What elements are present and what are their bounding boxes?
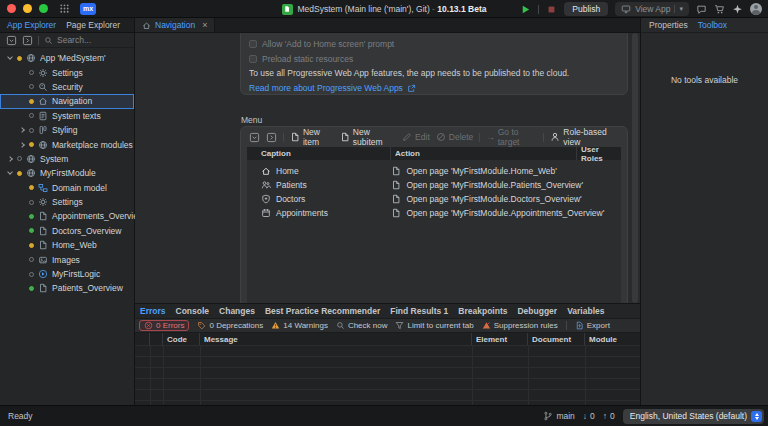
search-icon (44, 36, 53, 45)
tab-changes[interactable]: Changes (219, 306, 255, 316)
tree-item-settings[interactable]: Settings (0, 65, 134, 79)
role-based-view-button[interactable]: Role-based view (550, 127, 619, 147)
tree-item-doctors-overview[interactable]: Doctors_Overview (0, 224, 134, 238)
column-element[interactable]: Element (472, 333, 528, 345)
tree-item-system-texts[interactable]: System texts (0, 109, 134, 123)
edit-button[interactable]: Edit (402, 132, 430, 142)
collapse-all-icon[interactable] (249, 132, 260, 143)
publish-button[interactable]: Publish (564, 2, 608, 16)
tree-item-images[interactable]: Images (0, 252, 134, 266)
expand-all-icon[interactable] (266, 132, 277, 143)
checkbox-preload-static-resources[interactable]: Preload static resources (249, 51, 619, 66)
tab-find-results-1[interactable]: Find Results 1 (390, 306, 448, 316)
tab-navigation[interactable]: Navigation × (135, 18, 215, 32)
search-input[interactable]: Search... (44, 35, 91, 45)
warnings-filter[interactable]: 14 Warnings (271, 321, 328, 330)
menu-row-home[interactable]: Home Open page 'MyFirstModule.Home_Web' (247, 164, 621, 178)
close-window-button[interactable] (7, 4, 16, 13)
tab-debugger[interactable]: Debugger (517, 306, 557, 316)
new-item-button[interactable]: New item (290, 127, 334, 147)
export-button[interactable]: Export (575, 321, 610, 330)
user-avatar[interactable] (750, 3, 762, 15)
home-icon (38, 96, 48, 106)
tree-item-styling[interactable]: Styling (0, 123, 134, 137)
tab-page-explorer[interactable]: Page Explorer (66, 20, 120, 30)
gear-icon (38, 68, 48, 78)
tree-item-marketplace-modules[interactable]: Marketplace modules (0, 137, 134, 151)
git-branch-indicator[interactable]: main (543, 411, 574, 421)
column-module[interactable]: Module (585, 333, 640, 345)
ai-sparkle-icon[interactable] (732, 4, 743, 15)
minimize-window-button[interactable] (23, 4, 32, 13)
checkbox-add-to-home-screen[interactable]: Allow 'Add to Home screen' prompt (249, 36, 619, 51)
tree-item-patients-overview[interactable]: Patients_Overview (0, 281, 134, 295)
tree-item-security[interactable]: Security (0, 80, 134, 94)
delete-icon (436, 132, 446, 142)
vertical-scrollbar[interactable] (632, 33, 638, 303)
tree-item-domain-model[interactable]: Domain model (0, 181, 134, 195)
tree-item-home-web[interactable]: Home_Web (0, 238, 134, 252)
run-button[interactable] (520, 4, 531, 15)
pwa-read-more-link[interactable]: Read more about Progressive Web Apps (249, 83, 619, 93)
new-subitem-button[interactable]: New subitem (340, 127, 396, 147)
page-icon (391, 180, 401, 190)
tree-item-module-settings[interactable]: Settings (0, 195, 134, 209)
column-action[interactable]: Action (391, 147, 577, 160)
feedback-chat-icon[interactable] (696, 4, 707, 15)
monitor-icon (621, 4, 631, 14)
go-to-target-button[interactable]: →Go to target (486, 127, 537, 147)
titlebar: mx MedSystem (Main line ('main'), Git) -… (0, 0, 768, 18)
check-now-button[interactable]: Check now (336, 321, 388, 330)
limit-to-current-tab-toggle[interactable]: Limit to current tab (395, 321, 473, 330)
tab-properties[interactable]: Properties (649, 20, 688, 30)
stop-button[interactable] (546, 4, 557, 15)
column-code[interactable]: Code (163, 333, 200, 345)
tab-console[interactable]: Console (176, 306, 210, 316)
tree-item-appointments-overview[interactable]: Appointments_Overview (0, 209, 134, 223)
zoom-window-button[interactable] (39, 4, 48, 13)
tab-breakpoints[interactable]: Breakpoints (458, 306, 507, 316)
incoming-commits[interactable]: ↓0 (583, 411, 595, 421)
tree-item-app-medsystem[interactable]: App 'MedSystem' (0, 51, 134, 65)
pwa-note: To use all Progressive Web App features,… (249, 68, 619, 78)
language-selected-value: English, United States (default) (630, 411, 747, 421)
tree-item-myfirstlogic[interactable]: MyFirstLogic (0, 267, 134, 281)
view-app-button[interactable]: View App ▾ (615, 2, 689, 16)
tab-app-explorer[interactable]: App Explorer (7, 20, 56, 30)
app-grid-icon[interactable] (59, 3, 70, 14)
mendix-app-icon[interactable]: mx (80, 3, 96, 15)
language-selector[interactable]: English, United States (default) (623, 409, 764, 424)
column-caption[interactable]: Caption (247, 147, 391, 160)
tab-errors[interactable]: Errors (140, 306, 166, 316)
view-app-dropdown-arrow[interactable]: ▾ (674, 5, 683, 13)
outgoing-commits[interactable]: ↑0 (603, 411, 615, 421)
tree-item-system[interactable]: System (0, 152, 134, 166)
arrow-up-icon: ↑ (603, 411, 607, 421)
tree-item-navigation[interactable]: Navigation (0, 94, 134, 108)
tree-item-myfirstmodule[interactable]: MyFirstModule (0, 166, 134, 180)
tab-best-practice-recommender[interactable]: Best Practice Recommender (265, 306, 380, 316)
marketplace-cart-icon[interactable] (714, 4, 725, 15)
menu-row-appointments[interactable]: Appointments Open page 'MyFirstModule.Ap… (247, 206, 621, 220)
marketplace-icon (38, 140, 48, 150)
tab-variables[interactable]: Variables (567, 306, 604, 316)
collapse-all-icon[interactable] (6, 35, 17, 46)
column-document[interactable]: Document (528, 333, 585, 345)
delete-button[interactable]: Delete (436, 132, 474, 142)
tab-toolbox[interactable]: Toolbox (698, 20, 727, 30)
menu-row-doctors[interactable]: Doctors Open page 'MyFirstModule.Doctors… (247, 192, 621, 206)
menu-row-patients[interactable]: Patients Open page 'MyFirstModule.Patien… (247, 178, 621, 192)
branch-icon (543, 411, 553, 421)
column-message[interactable]: Message (200, 333, 472, 345)
errors-count-filter[interactable]: 0 Errors (139, 320, 189, 331)
deprecations-filter[interactable]: 0 Deprecations (197, 321, 263, 330)
close-tab-icon[interactable]: × (202, 20, 207, 30)
suppression-rules-button[interactable]: Suppression rules (482, 321, 558, 330)
error-icon (144, 321, 153, 330)
column-user-roles[interactable]: User Roles (577, 147, 621, 160)
document-area: Navigation × Allow 'Add to Home screen' … (135, 18, 640, 405)
tab-navigation-label: Navigation (155, 20, 195, 30)
page-icon (391, 194, 401, 204)
page-icon (38, 211, 48, 221)
expand-all-icon[interactable] (22, 35, 33, 46)
